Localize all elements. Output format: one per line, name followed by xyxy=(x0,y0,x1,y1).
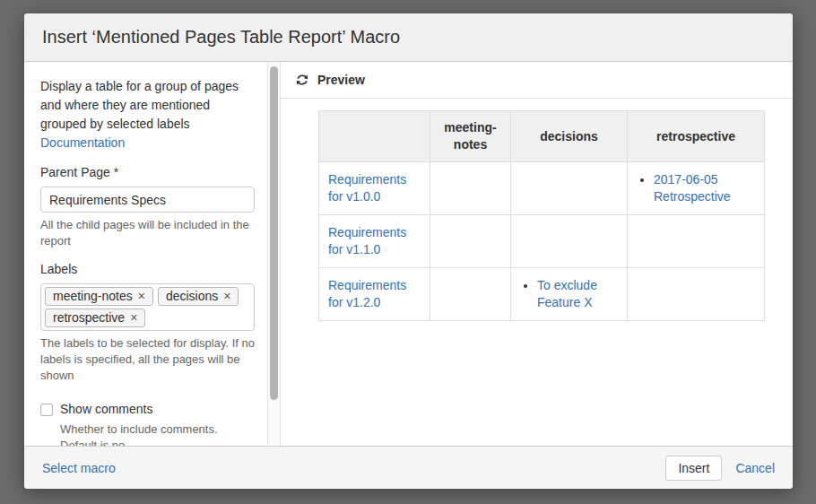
tag-remove-icon[interactable]: × xyxy=(223,287,230,306)
preview-title: Preview xyxy=(317,73,365,87)
mention-cell xyxy=(430,268,511,321)
select-macro-link[interactable]: Select macro xyxy=(42,461,116,475)
labels-input[interactable]: meeting-notes×decisions×retrospective× xyxy=(40,283,255,331)
dialog-footer: Select macro Insert Cancel xyxy=(24,446,793,489)
label-tag-text: decisions xyxy=(166,287,218,306)
label-tag-text: meeting-notes xyxy=(53,287,133,306)
show-comments-label: Show comments xyxy=(60,400,152,419)
cancel-link[interactable]: Cancel xyxy=(735,461,775,475)
macro-parameters-panel: Display a table for a group of pages and… xyxy=(24,62,267,446)
parent-page-help: All the child pages will be included in … xyxy=(40,217,255,249)
mentioned-pages-table: meeting-notes decisions retrospective Re… xyxy=(318,110,765,321)
table-header-meeting-notes: meeting-notes xyxy=(430,111,511,162)
mention-cell xyxy=(430,162,511,215)
label-tag: retrospective× xyxy=(45,308,145,327)
macro-description: Display a table for a group of pages and… xyxy=(40,77,255,134)
table-row: Requirements for v1.0.02017-06-05 Retros… xyxy=(319,162,765,215)
insert-macro-dialog: Insert ‘Mentioned Pages Table Report’ Ma… xyxy=(24,13,793,489)
dialog-body: Display a table for a group of pages and… xyxy=(24,62,793,446)
preview-panel: Preview meeting-notes decisions retrospe… xyxy=(281,62,793,446)
parent-page-input[interactable] xyxy=(40,187,255,213)
label-tag: meeting-notes× xyxy=(45,287,153,306)
mention-cell xyxy=(511,162,628,215)
page-link[interactable]: Requirements for v1.0.0 xyxy=(328,172,406,204)
left-panel-scrollbar[interactable] xyxy=(267,62,281,446)
mention-link[interactable]: 2017-06-05 Retrospective xyxy=(654,172,731,204)
page-link[interactable]: Requirements for v1.2.0 xyxy=(328,278,406,309)
mention-cell: To exclude Feature X xyxy=(511,268,628,321)
mention-cell xyxy=(511,215,628,268)
labels-help: The labels to be selected for display. I… xyxy=(40,335,255,384)
mention-link[interactable]: To exclude Feature X xyxy=(537,278,597,309)
tag-remove-icon[interactable]: × xyxy=(130,308,137,327)
page-link[interactable]: Requirements for v1.1.0 xyxy=(328,225,406,256)
screen: { "colors": { "link": "#3572b0", "overla… xyxy=(0,0,816,504)
scrollbar-thumb[interactable] xyxy=(270,66,278,400)
table-row: Requirements for v1.2.0To exclude Featur… xyxy=(319,268,765,321)
refresh-icon[interactable] xyxy=(295,73,309,87)
page-cell: Requirements for v1.2.0 xyxy=(319,268,430,321)
table-header-row: meeting-notes decisions retrospective xyxy=(319,111,765,162)
mention-cell: 2017-06-05 Retrospective xyxy=(628,162,765,215)
parent-page-label: Parent Page * xyxy=(40,163,255,182)
show-comments-checkbox[interactable] xyxy=(40,404,53,416)
show-comments-help: Whether to include comments. Default is … xyxy=(60,421,255,446)
label-tag-text: retrospective xyxy=(53,308,125,327)
dialog-title: Insert ‘Mentioned Pages Table Report’ Ma… xyxy=(42,27,400,48)
page-cell: Requirements for v1.0.0 xyxy=(319,162,430,215)
mention-cell xyxy=(628,268,765,321)
mention-cell xyxy=(430,215,511,268)
documentation-link[interactable]: Documentation xyxy=(40,134,125,152)
labels-label: Labels xyxy=(40,260,255,279)
table-row: Requirements for v1.1.0 xyxy=(319,215,765,268)
show-comments-row: Show comments xyxy=(40,400,255,419)
insert-button[interactable]: Insert xyxy=(665,456,722,481)
table-header-decisions: decisions xyxy=(511,111,628,162)
table-header-empty xyxy=(319,111,430,162)
mention-cell xyxy=(628,215,765,268)
preview-header: Preview xyxy=(281,62,793,99)
dialog-header: Insert ‘Mentioned Pages Table Report’ Ma… xyxy=(24,13,793,62)
label-tag: decisions× xyxy=(158,287,239,306)
table-header-retrospective: retrospective xyxy=(628,111,765,162)
page-cell: Requirements for v1.1.0 xyxy=(319,215,430,268)
preview-content: meeting-notes decisions retrospective Re… xyxy=(281,99,793,321)
tag-remove-icon[interactable]: × xyxy=(138,287,145,306)
